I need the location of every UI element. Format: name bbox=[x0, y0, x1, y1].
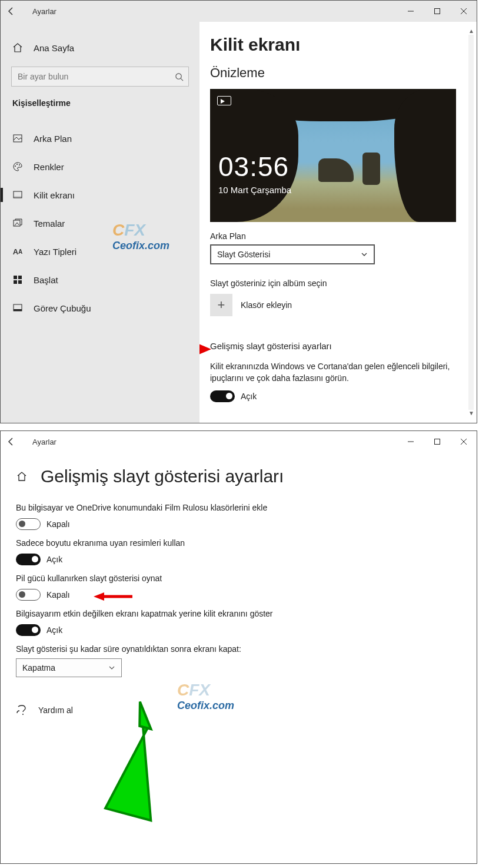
timeout-label: Slayt gösterisi şu kadar süre oynatıldık… bbox=[16, 644, 461, 654]
sidebar-item-label: Temalar bbox=[34, 218, 65, 228]
setting-toggle-battery[interactable] bbox=[16, 589, 41, 601]
lockscreen-preview: 03:56 10 Mart Çarşamba bbox=[210, 89, 456, 222]
timeout-select[interactable]: Kapatma bbox=[16, 658, 122, 677]
add-folder-button[interactable]: + bbox=[210, 294, 232, 316]
background-select[interactable]: Slayt Gösterisi bbox=[210, 244, 375, 264]
svg-rect-22 bbox=[434, 439, 440, 445]
sidebar-item-themes[interactable]: Temalar bbox=[1, 209, 199, 237]
help-link[interactable]: Yardım al bbox=[16, 704, 461, 716]
minimize-button[interactable] bbox=[397, 431, 424, 452]
settings-window-2: Ayarlar Gelişmiş slayt gösterisi ayarlar… bbox=[0, 430, 477, 864]
scroll-up-icon[interactable]: ▲ bbox=[468, 28, 475, 35]
minimize-button[interactable] bbox=[397, 1, 424, 22]
toggle-state-label: Kapalı bbox=[46, 519, 70, 529]
window-title: Ayarlar bbox=[32, 438, 56, 446]
tips-toggle[interactable] bbox=[210, 390, 235, 402]
back-button[interactable] bbox=[6, 437, 18, 446]
start-icon bbox=[12, 274, 23, 285]
preview-time: 03:56 bbox=[218, 151, 289, 183]
toggle-state-label: Açık bbox=[46, 555, 62, 564]
tips-toggle-label: Açık bbox=[241, 392, 257, 401]
setting-label: Bilgisayarım etkin değilken ekranı kapat… bbox=[16, 609, 461, 618]
lockscreen-icon bbox=[12, 190, 23, 200]
svg-rect-13 bbox=[14, 276, 17, 279]
slideshow-icon bbox=[217, 96, 231, 105]
sidebar-nav: Arka Plan Renkler Kilit ekranı bbox=[1, 124, 199, 322]
preview-date: 10 Mart Çarşamba bbox=[218, 185, 291, 195]
toggle-state-label: Açık bbox=[46, 625, 62, 635]
timeout-select-value: Kapatma bbox=[22, 663, 55, 672]
sidebar-item-lockscreen[interactable]: Kilit ekranı bbox=[1, 181, 199, 209]
sidebar-item-fonts[interactable]: AA Yazı Tipleri bbox=[1, 237, 199, 266]
titlebar: Ayarlar bbox=[1, 1, 477, 22]
titlebar: Ayarlar bbox=[1, 431, 477, 452]
background-label: Arka Plan bbox=[210, 231, 459, 241]
sidebar-item-label: Renkler bbox=[34, 162, 64, 172]
search-icon bbox=[175, 72, 184, 81]
settings-window-1: Ayarlar Ana Sayfa Kiş bbox=[0, 0, 477, 423]
sidebar: Ana Sayfa Kişiselleştirme Arka Plan bbox=[1, 22, 199, 423]
sidebar-item-background[interactable]: Arka Plan bbox=[1, 124, 199, 153]
close-button[interactable] bbox=[450, 1, 477, 22]
toggle-state-label: Kapalı bbox=[46, 590, 70, 599]
main-content: Gelişmiş slayt gösterisi ayarları Bu bil… bbox=[1, 452, 477, 863]
setting-label: Pil gücü kullanırken slayt gösterisi oyn… bbox=[16, 574, 461, 583]
svg-rect-15 bbox=[14, 280, 17, 284]
help-label: Yardım al bbox=[38, 705, 73, 715]
window-title: Ayarlar bbox=[32, 7, 56, 16]
sidebar-item-label: Arka Plan bbox=[34, 134, 72, 144]
setting-label: Bu bilgisayar ve OneDrive konumundaki Fi… bbox=[16, 503, 461, 512]
svg-point-4 bbox=[176, 73, 181, 78]
svg-line-5 bbox=[181, 78, 183, 81]
svg-point-9 bbox=[19, 164, 20, 165]
taskbar-icon bbox=[12, 303, 23, 313]
sidebar-item-taskbar[interactable]: Görev Çubuğu bbox=[1, 294, 199, 322]
maximize-button[interactable] bbox=[424, 431, 450, 452]
chevron-down-icon bbox=[361, 251, 368, 258]
setting-toggle-fit-screen[interactable] bbox=[16, 554, 41, 565]
image-icon bbox=[12, 133, 23, 144]
fonts-icon: AA bbox=[12, 247, 23, 256]
home-link[interactable]: Ana Sayfa bbox=[1, 35, 199, 61]
theme-icon bbox=[12, 218, 23, 228]
search-input[interactable] bbox=[16, 71, 175, 82]
home-icon[interactable] bbox=[16, 471, 28, 482]
add-folder-label: Klasör ekleyin bbox=[241, 300, 292, 310]
sidebar-item-colors[interactable]: Renkler bbox=[1, 153, 199, 181]
background-select-value: Slayt Gösterisi bbox=[217, 250, 270, 259]
maximize-button[interactable] bbox=[424, 1, 450, 22]
svg-point-8 bbox=[16, 164, 18, 165]
palette-icon bbox=[12, 161, 23, 172]
home-icon bbox=[12, 42, 23, 53]
chevron-down-icon bbox=[108, 664, 115, 671]
preview-heading: Önizleme bbox=[210, 65, 459, 81]
setting-label: Sadece boyutu ekranıma uyan resimleri ku… bbox=[16, 538, 461, 548]
search-box[interactable] bbox=[11, 67, 189, 87]
close-button[interactable] bbox=[450, 431, 477, 452]
help-icon bbox=[16, 704, 28, 716]
svg-point-7 bbox=[15, 165, 16, 167]
tips-description: Kilit ekranınızda Windows ve Cortana'dan… bbox=[210, 360, 459, 385]
advanced-slideshow-settings-link[interactable]: Gelişmiş slayt gösterisi ayarları bbox=[210, 341, 459, 351]
scroll-down-icon[interactable]: ▼ bbox=[468, 410, 475, 417]
svg-point-27 bbox=[22, 714, 24, 715]
scrollbar[interactable]: ▲ ▼ bbox=[467, 28, 475, 417]
svg-rect-1 bbox=[434, 9, 440, 14]
svg-rect-18 bbox=[14, 309, 22, 311]
sidebar-item-label: Görev Çubuğu bbox=[34, 303, 91, 313]
album-label: Slayt gösteriniz için albüm seçin bbox=[210, 279, 459, 288]
svg-rect-16 bbox=[18, 280, 22, 284]
sidebar-item-label: Yazı Tipleri bbox=[34, 247, 76, 257]
sidebar-item-label: Kilit ekranı bbox=[34, 190, 75, 200]
annotation-arrow-green bbox=[101, 698, 195, 828]
setting-toggle-camera-roll[interactable] bbox=[16, 518, 41, 530]
page-title: Kilit ekranı bbox=[210, 35, 459, 55]
setting-toggle-show-lockscreen[interactable] bbox=[16, 624, 41, 636]
back-button[interactable] bbox=[6, 6, 18, 16]
main-content: Kilit ekranı Önizleme 03:56 10 Mart Çarş… bbox=[199, 22, 477, 423]
sidebar-item-label: Başlat bbox=[34, 275, 58, 285]
svg-marker-28 bbox=[105, 700, 179, 820]
page-title: Gelişmiş slayt gösterisi ayarları bbox=[41, 466, 284, 486]
svg-rect-14 bbox=[18, 276, 22, 279]
sidebar-item-start[interactable]: Başlat bbox=[1, 266, 199, 294]
